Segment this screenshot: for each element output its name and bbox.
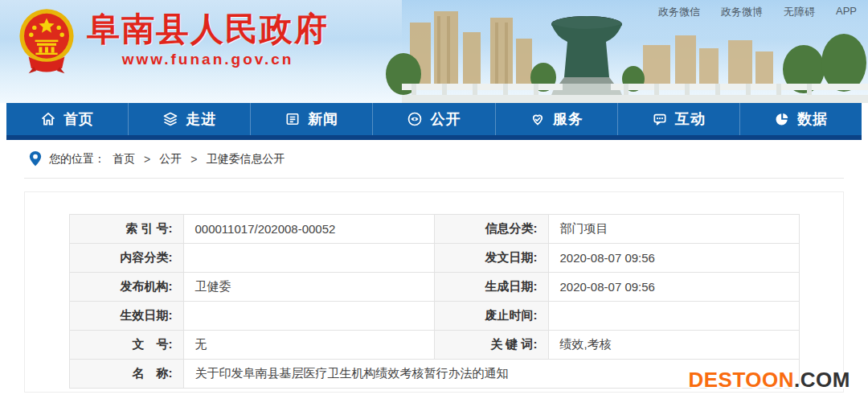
effective-date-label: 生效日期: <box>69 302 183 331</box>
eye-icon <box>407 111 423 127</box>
content-category-value <box>183 244 434 273</box>
home-icon <box>40 111 56 127</box>
doc-number-value: 无 <box>183 331 434 360</box>
top-link-weibo[interactable]: 政务微博 <box>721 5 763 19</box>
doc-number-label: 文 号: <box>69 331 183 360</box>
content-category-label: 内容分类: <box>69 244 183 273</box>
table-row: 文 号: 无 关 键 词: 绩效,考核 <box>69 331 799 360</box>
info-category-value: 部门项目 <box>548 215 799 244</box>
table-row: 索 引 号: 000011017/202008-00052 信息分类: 部门项目 <box>69 215 799 244</box>
index-number-value: 000011017/202008-00052 <box>183 215 434 244</box>
info-category-label: 信息分类: <box>434 215 548 244</box>
site-logo[interactable]: 阜南县人民政府 www.funan.gov.cn <box>14 6 329 77</box>
service-heart-icon <box>530 111 546 127</box>
table-row: 内容分类: 发文日期: 2020-08-07 09:56 <box>69 244 799 273</box>
keywords-value: 绩效,考核 <box>548 331 799 360</box>
main-nav: 首页 走进 新闻 公开 服务 互动 数据 <box>6 103 862 140</box>
watermark-brand: DESTOON <box>689 368 795 392</box>
news-icon <box>285 111 301 127</box>
nav-item-home[interactable]: 首页 <box>6 103 128 135</box>
publisher-value: 卫健委 <box>183 273 434 302</box>
site-title: 阜南县人民政府 <box>87 11 329 47</box>
generate-date-label: 生成日期: <box>434 273 548 302</box>
index-number-label: 索 引 号: <box>69 215 183 244</box>
layers-icon <box>162 111 178 127</box>
nav-item-about[interactable]: 走进 <box>128 103 250 135</box>
breadcrumb-prefix: 您的位置： <box>49 152 105 167</box>
breadcrumb-separator: > <box>144 153 150 166</box>
issue-date-value: 2020-08-07 09:56 <box>548 244 799 273</box>
abolish-date-label: 废止时间: <box>434 302 548 331</box>
chat-icon <box>652 111 668 127</box>
table-row: 生效日期: 废止时间: <box>69 302 799 331</box>
nav-item-disclosure[interactable]: 公开 <box>372 103 494 135</box>
nav-item-news[interactable]: 新闻 <box>250 103 372 135</box>
site-header: 政务微信 政务微博 无障碍 APP 阜南县人民政府 www.funan.gov.… <box>0 0 868 103</box>
document-info-panel: 索 引 号: 000011017/202008-00052 信息分类: 部门项目… <box>24 191 844 393</box>
publisher-label: 发布机构: <box>69 273 183 302</box>
pie-chart-icon <box>774 111 790 127</box>
location-pin-icon <box>29 151 42 167</box>
nav-item-data[interactable]: 数据 <box>739 103 862 135</box>
top-link-app[interactable]: APP <box>836 5 857 19</box>
generate-date-value: 2020-08-07 09:56 <box>548 273 799 302</box>
top-link-accessibility[interactable]: 无障碍 <box>784 5 815 19</box>
watermark-tld: .COM <box>794 368 850 392</box>
effective-date-value <box>183 302 434 331</box>
top-link-wechat[interactable]: 政务微信 <box>658 5 700 19</box>
nav-item-interaction[interactable]: 互动 <box>617 103 739 135</box>
breadcrumb-home[interactable]: 首页 <box>113 152 135 167</box>
abolish-date-value <box>548 302 799 331</box>
top-utility-links: 政务微信 政务微博 无障碍 APP <box>658 5 857 19</box>
breadcrumb-current[interactable]: 卫健委信息公开 <box>206 152 285 167</box>
nav-item-services[interactable]: 服务 <box>495 103 617 135</box>
keywords-label: 关 键 词: <box>434 331 548 360</box>
breadcrumb-disclosure[interactable]: 公开 <box>159 152 182 167</box>
table-row: 发布机构: 卫健委 生成日期: 2020-08-07 09:56 <box>69 273 799 302</box>
national-emblem-icon <box>14 6 79 77</box>
breadcrumb: 您的位置： 首页 > 公开 > 卫健委信息公开 <box>24 140 844 179</box>
title-label: 名 称: <box>69 360 183 389</box>
destoon-watermark: DESTOON.COM <box>689 368 851 393</box>
site-url: www.funan.gov.cn <box>87 51 329 68</box>
breadcrumb-separator: > <box>190 153 197 166</box>
document-meta-table: 索 引 号: 000011017/202008-00052 信息分类: 部门项目… <box>69 214 800 389</box>
issue-date-label: 发文日期: <box>434 244 548 273</box>
